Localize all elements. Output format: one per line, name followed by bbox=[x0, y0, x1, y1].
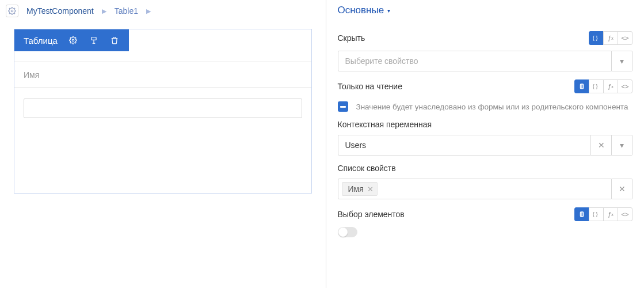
prop-readonly: Только на чтение { } ƒx <> Значение буде… bbox=[338, 79, 633, 112]
svg-point-0 bbox=[11, 10, 13, 12]
prop-label: Только на чтение bbox=[338, 82, 402, 91]
gear-icon[interactable] bbox=[6, 5, 18, 17]
mode-link[interactable] bbox=[574, 79, 589, 93]
prop-label: Скрыть bbox=[338, 33, 365, 43]
mode-fx[interactable]: ƒx bbox=[603, 79, 618, 93]
design-canvas: Таблица Имя bbox=[0, 22, 326, 207]
svg-rect-2 bbox=[92, 37, 96, 40]
prop-property-list: Список свойств Имя ✕ ✕ bbox=[338, 164, 633, 199]
section-title: Основные bbox=[338, 5, 384, 16]
mode-link[interactable] bbox=[574, 207, 589, 221]
context-var-select[interactable]: Users bbox=[338, 135, 592, 156]
mode-code[interactable]: <> bbox=[618, 207, 632, 221]
mode-fx[interactable]: ƒx bbox=[603, 207, 618, 221]
inherit-checkbox[interactable] bbox=[338, 101, 348, 112]
dropdown-caret-icon[interactable]: ▾ bbox=[612, 51, 632, 71]
prop-label: Список свойств bbox=[338, 164, 396, 173]
prop-label: Контекстная переменная bbox=[338, 120, 432, 129]
mode-switch: { } ƒx <> bbox=[589, 31, 632, 45]
mode-switch: { } ƒx <> bbox=[574, 207, 632, 221]
breadcrumb: MyTestComponent ▶ Table1 ▶ bbox=[0, 0, 326, 22]
mode-code[interactable]: <> bbox=[618, 31, 632, 45]
cell-input[interactable] bbox=[24, 98, 302, 118]
mode-switch: { } ƒx <> bbox=[574, 79, 632, 93]
tag-remove-icon[interactable]: ✕ bbox=[367, 185, 374, 194]
mode-expression[interactable]: { } bbox=[589, 31, 604, 45]
svg-text:{ }: { } bbox=[593, 35, 598, 41]
table-card[interactable]: Таблица Имя bbox=[14, 29, 312, 194]
mode-fx[interactable]: ƒx bbox=[603, 31, 618, 45]
mode-expression[interactable]: { } bbox=[589, 79, 604, 93]
property-select[interactable]: Выберите свойство bbox=[338, 51, 612, 71]
card-title: Таблица bbox=[24, 36, 58, 46]
prop-selection: Выбор элементов { } ƒx <> bbox=[338, 207, 633, 237]
dropdown-caret-icon[interactable]: ▾ bbox=[612, 135, 632, 156]
prop-label: Выбор элементов bbox=[338, 210, 405, 219]
clear-icon[interactable]: ✕ bbox=[591, 135, 612, 156]
chevron-right-icon: ▶ bbox=[146, 7, 151, 15]
breadcrumb-item[interactable]: Table1 bbox=[115, 6, 138, 16]
column-header[interactable]: Имя bbox=[14, 62, 311, 88]
prop-hide: Скрыть { } ƒx <> Выберите свойство ▾ bbox=[338, 31, 633, 71]
svg-text:{ }: { } bbox=[593, 211, 598, 217]
settings-icon[interactable] bbox=[68, 35, 78, 46]
inherit-hint: Значение будет унаследовано из формы или… bbox=[356, 103, 628, 111]
layout-icon[interactable] bbox=[89, 35, 99, 46]
properties-panel: Основные ▾ Скрыть { } ƒx <> Выберите сво… bbox=[326, 0, 645, 288]
table-card-header: Таблица bbox=[14, 29, 129, 51]
breadcrumb-item[interactable]: MyTestComponent bbox=[26, 6, 94, 16]
tag: Имя ✕ bbox=[342, 182, 378, 196]
prop-context-var: Контекстная переменная Users ✕ ▾ bbox=[338, 120, 633, 156]
tag-label: Имя bbox=[348, 184, 364, 194]
mode-code[interactable]: <> bbox=[618, 79, 632, 93]
clear-icon[interactable]: ✕ bbox=[612, 179, 632, 199]
trash-icon[interactable] bbox=[109, 35, 120, 46]
tags-input[interactable]: Имя ✕ bbox=[338, 179, 612, 199]
selection-toggle[interactable] bbox=[338, 227, 357, 237]
chevron-right-icon: ▶ bbox=[102, 7, 106, 15]
section-toggle[interactable]: Основные ▾ bbox=[338, 0, 633, 23]
svg-point-1 bbox=[72, 39, 74, 41]
svg-text:{ }: { } bbox=[593, 84, 598, 89]
mode-expression[interactable]: { } bbox=[589, 207, 604, 221]
chevron-down-icon: ▾ bbox=[387, 7, 390, 14]
